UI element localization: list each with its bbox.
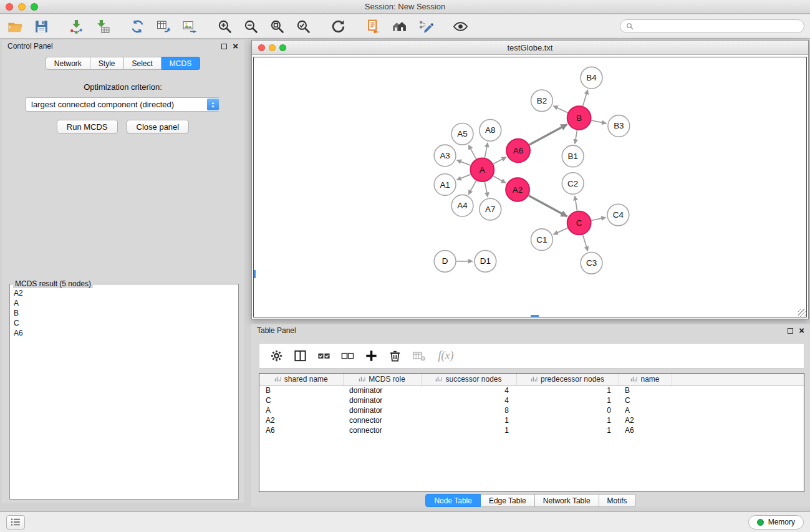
mcds-result-item[interactable]: A2 (14, 288, 234, 298)
table-cell[interactable]: dominator (343, 385, 421, 395)
graph-node-C3[interactable]: C3 (581, 252, 602, 274)
network-graph[interactable]: AA1A2A3A4A5A6A7A8BB1B2B3B4CC1C2C3C4DD1 (254, 57, 806, 317)
graph-edge-A-A4[interactable] (468, 181, 476, 195)
table-cell[interactable]: A (259, 405, 343, 415)
graph-node-C[interactable]: C (567, 211, 591, 235)
control-tab-network[interactable]: Network (46, 57, 90, 70)
table-cell[interactable]: C (619, 395, 672, 405)
control-tab-select[interactable]: Select (124, 57, 162, 70)
graph-node-C4[interactable]: C4 (607, 204, 629, 226)
graph-edge-A-A2[interactable] (493, 176, 506, 183)
network-canvas[interactable]: AA1A2A3A4A5A6A7A8BB1B2B3B4CC1C2C3C4DD1 (253, 57, 807, 317)
zoom-out-button[interactable] (241, 17, 260, 36)
column-header-mcds-role[interactable]: MCDS role (343, 374, 421, 385)
open-session-button[interactable] (6, 17, 24, 36)
graph-edge-A-A8[interactable] (485, 143, 488, 158)
minimize-window-button[interactable] (18, 3, 26, 11)
memory-button[interactable]: Memory (748, 515, 804, 530)
table-cell[interactable]: 1 (516, 415, 619, 425)
table-cell[interactable]: connector (343, 425, 421, 435)
zoom-in-button[interactable] (215, 17, 234, 36)
control-tab-mcds[interactable]: MCDS (162, 57, 200, 70)
graph-edge-B-B3[interactable] (591, 120, 606, 123)
table-cell[interactable]: 1 (421, 415, 516, 425)
import-network-button[interactable] (67, 17, 85, 36)
refresh-button[interactable] (329, 17, 347, 36)
table-cell[interactable]: A2 (259, 415, 343, 425)
column-header-successor-nodes[interactable]: successor nodes (421, 374, 516, 385)
search-input[interactable] (637, 22, 798, 31)
zoom-window-button[interactable] (31, 3, 38, 11)
graph-edge-B-B4[interactable] (583, 90, 588, 106)
table-cell[interactable]: B (259, 385, 343, 395)
minimize-network-window-button[interactable] (269, 44, 276, 51)
close-panel-icon[interactable]: × (233, 43, 238, 49)
mcds-result-item[interactable]: A (14, 298, 234, 308)
graph-node-A[interactable]: A (470, 158, 494, 181)
table-cell[interactable]: 1 (516, 385, 619, 395)
graph-edge-A-A5[interactable] (468, 145, 476, 159)
graph-edge-B-B2[interactable] (553, 106, 567, 113)
table-row[interactable]: Bdominator41B (259, 385, 804, 395)
table-cell[interactable]: 1 (516, 395, 619, 405)
select-all-button[interactable] (314, 347, 333, 365)
new-table-button[interactable] (154, 17, 173, 36)
graph-node-B1[interactable]: B1 (562, 145, 584, 167)
delete-row-button[interactable] (385, 347, 404, 365)
graph-node-B4[interactable]: B4 (581, 67, 602, 89)
show-graphics-details-button[interactable] (451, 17, 470, 36)
control-tab-style[interactable]: Style (90, 57, 124, 70)
table-cell[interactable]: connector (343, 415, 421, 425)
graph-node-A1[interactable]: A1 (434, 174, 456, 196)
new-network-button[interactable] (128, 17, 147, 36)
close-network-window-button[interactable] (258, 44, 265, 51)
graph-node-A8[interactable]: A8 (480, 120, 501, 142)
task-history-button[interactable] (6, 515, 25, 530)
table-cell[interactable]: A6 (259, 425, 343, 435)
graph-node-C1[interactable]: C1 (531, 229, 552, 251)
settings-button[interactable] (267, 347, 286, 365)
overview-button[interactable] (390, 17, 408, 36)
table-cell[interactable]: 4 (421, 385, 516, 395)
import-table-button[interactable] (93, 17, 112, 36)
graph-edge-C-C4[interactable] (591, 218, 605, 221)
graph-edge-B-B1[interactable] (575, 130, 577, 144)
table-cell[interactable]: 8 (421, 405, 516, 415)
mcds-result-item[interactable]: C (14, 318, 234, 328)
column-header-name[interactable]: name (619, 374, 672, 385)
close-table-panel-icon[interactable]: × (799, 327, 804, 334)
window-resize-grip[interactable] (798, 309, 806, 317)
column-header-shared-name[interactable]: shared name (259, 374, 343, 385)
graph-edge-C-C3[interactable] (583, 235, 588, 251)
graph-node-A7[interactable]: A7 (480, 198, 501, 220)
graph-edge-C-C1[interactable] (554, 228, 568, 235)
float-table-panel-icon[interactable] (788, 328, 793, 334)
table-tab-motifs[interactable]: Motifs (599, 494, 636, 507)
run-mcds-button[interactable]: Run MCDS (57, 120, 118, 133)
mcds-result-item[interactable]: B (14, 308, 234, 318)
close-panel-button[interactable]: Close panel (127, 120, 190, 133)
table-cell[interactable]: dominator (343, 405, 421, 415)
table-tab-network-table[interactable]: Network Table (535, 494, 599, 507)
save-session-button[interactable] (32, 17, 51, 36)
criterion-dropdown[interactable]: largest connected component (directed) ▲… (26, 97, 220, 112)
table-cell[interactable]: C (259, 395, 343, 405)
table-cell[interactable]: 1 (516, 425, 619, 435)
graph-node-A2[interactable]: A2 (506, 178, 529, 201)
table-cell[interactable]: A2 (619, 415, 672, 425)
graph-node-B3[interactable]: B3 (608, 115, 630, 137)
zoom-network-window-button[interactable] (279, 44, 286, 51)
graph-edge-A6-B[interactable] (529, 124, 567, 145)
table-row[interactable]: A6connector11A6 (259, 425, 804, 435)
function-builder-button[interactable]: f(x) (433, 347, 459, 365)
table-cell[interactable]: 1 (421, 425, 516, 435)
graph-edge-A2-C[interactable] (529, 195, 567, 216)
table-cell[interactable]: B (619, 385, 672, 395)
float-panel-icon[interactable] (221, 44, 227, 49)
table-cell[interactable]: A6 (619, 425, 672, 435)
apply-style-button[interactable] (416, 17, 435, 36)
table-row[interactable]: A2connector11A2 (259, 415, 804, 425)
search-box[interactable] (620, 19, 804, 33)
add-row-button[interactable] (362, 347, 380, 365)
graph-node-D[interactable]: D (434, 251, 456, 273)
